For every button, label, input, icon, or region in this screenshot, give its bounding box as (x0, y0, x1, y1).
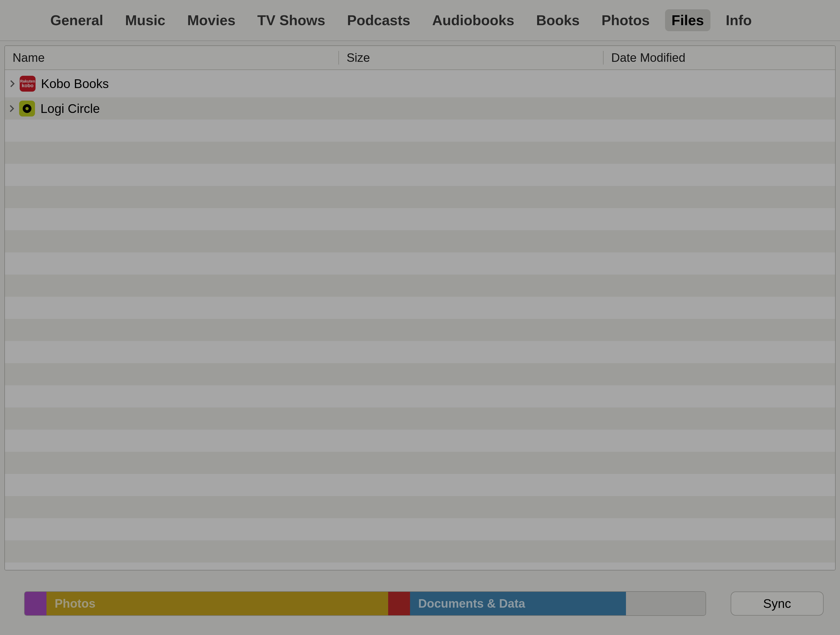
empty-row (5, 230, 835, 252)
tab-podcasts[interactable]: Podcasts (341, 9, 417, 31)
tab-movies[interactable]: Movies (181, 9, 242, 31)
tab-files[interactable]: Files (665, 9, 711, 31)
logi-app-icon (19, 101, 35, 117)
empty-row (5, 164, 835, 186)
storage-segment-apps (25, 592, 46, 615)
storage-segment-free (626, 592, 706, 615)
empty-row (5, 385, 835, 407)
storage-bar: Photos Documents & Data (24, 591, 706, 616)
empty-row (5, 430, 835, 452)
tab-books[interactable]: Books (529, 9, 586, 31)
empty-row (5, 186, 835, 208)
empty-row (5, 540, 835, 562)
empty-row (5, 407, 835, 430)
empty-row (5, 142, 835, 164)
storage-segment-other (388, 592, 410, 615)
tab-audiobooks[interactable]: Audiobooks (426, 9, 521, 31)
empty-row (5, 562, 835, 570)
empty-row (5, 496, 835, 518)
empty-row (5, 518, 835, 540)
file-name: Logi Circle (41, 101, 835, 116)
empty-row (5, 119, 835, 142)
tab-tvshows[interactable]: TV Shows (251, 9, 332, 31)
column-header-name[interactable]: Name (5, 51, 338, 65)
device-tabs: General Music Movies TV Shows Podcasts A… (0, 0, 840, 41)
file-row-kobo[interactable]: Rakutenkobo Kobo Books (5, 70, 145, 97)
tab-music[interactable]: Music (118, 9, 172, 31)
sync-button[interactable]: Sync (731, 592, 824, 616)
file-row-logi[interactable]: Logi Circle (5, 97, 835, 119)
bottom-bar: Photos Documents & Data Sync (0, 572, 840, 635)
empty-row (5, 474, 835, 496)
empty-row (5, 208, 835, 230)
storage-segment-photos: Photos (46, 592, 388, 615)
empty-row (5, 319, 835, 341)
empty-row (5, 275, 835, 297)
column-headers: Name Size Date Modified (5, 46, 835, 70)
empty-row (5, 363, 835, 385)
tab-photos[interactable]: Photos (595, 9, 656, 31)
chevron-right-icon[interactable] (7, 104, 16, 113)
column-header-date[interactable]: Date Modified (603, 51, 835, 65)
empty-row (5, 297, 835, 319)
empty-row (5, 341, 835, 363)
file-list: Rakutenkobo Kobo Books Logi Circle (5, 70, 835, 570)
empty-row (5, 452, 835, 474)
column-header-size[interactable]: Size (338, 51, 603, 65)
tab-info[interactable]: Info (719, 9, 758, 31)
chevron-right-icon[interactable] (8, 79, 17, 88)
files-panel: Name Size Date Modified Rakutenkobo Kobo… (5, 45, 835, 570)
file-name: Kobo Books (41, 76, 145, 91)
storage-segment-docs: Documents & Data (410, 592, 626, 615)
kobo-app-icon: Rakutenkobo (20, 76, 36, 92)
tab-general[interactable]: General (44, 9, 110, 31)
empty-row (5, 252, 835, 275)
